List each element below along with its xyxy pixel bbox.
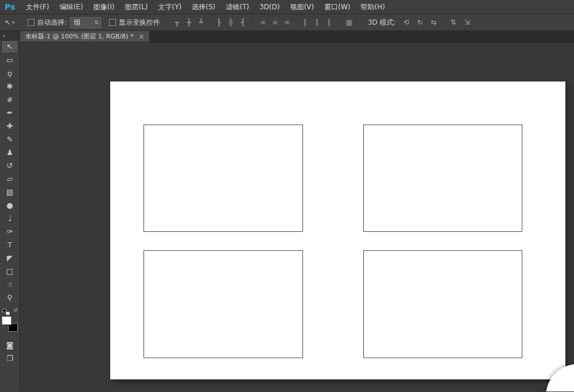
align-bottom-edges-button[interactable]: ┻: [195, 17, 207, 29]
distribute-left-edges-button[interactable]: ‖: [299, 17, 311, 29]
screen-mode-button[interactable]: ❐: [1, 352, 18, 365]
distribute-bottom-edges-button[interactable]: ≡: [281, 17, 293, 29]
3d-pan-camera-button[interactable]: ⇆: [428, 17, 440, 29]
document-canvas[interactable]: [110, 81, 565, 379]
canvas-pasteboard[interactable]: [20, 42, 574, 391]
extra-buttons: ▦: [343, 17, 355, 29]
history-brush-tool[interactable]: ↺: [1, 159, 18, 172]
collapse-panel-icon[interactable]: »: [0, 31, 20, 40]
divider: [22, 16, 23, 29]
quick-mask-mode-button-icon: ◙: [6, 341, 14, 349]
clone-stamp-tool[interactable]: ♟: [1, 146, 18, 159]
divider: [339, 16, 340, 29]
3d-slide-camera-button[interactable]: ⇅: [447, 17, 459, 29]
menu-item-layer[interactable]: 图层(L): [119, 0, 153, 14]
menu-item-image[interactable]: 图像(I): [88, 0, 120, 14]
move-tool-preset-icon: ↖: [5, 18, 10, 26]
zoom-tool[interactable]: ⚲: [1, 291, 18, 304]
show-transform-controls-checkbox[interactable]: [109, 19, 116, 26]
move-tool-icon: ↖: [7, 43, 13, 51]
menu-item-help[interactable]: 帮助(H): [355, 0, 390, 14]
screen-mode-button-icon: ❐: [6, 355, 13, 362]
zoom-tool-icon: ⚲: [7, 294, 13, 301]
menu-item-file[interactable]: 文件(F): [21, 0, 54, 14]
eyedropper-tool[interactable]: ✒: [1, 106, 18, 119]
document-area: 未标题-1 @ 100% (图层 1, RGB/8) * ×: [20, 31, 574, 391]
menu-item-3d[interactable]: 3D(D): [254, 0, 285, 14]
auto-align-layers-button[interactable]: ▦: [343, 17, 355, 29]
align-top-edges-button[interactable]: ┳: [171, 17, 183, 29]
auto-select-type-value: 组: [74, 18, 81, 28]
tool-panel: » ↖▭ϙ✱#✒✚✎♟↺▱▧●♩✑T◤□☝⚲ ⇄ ◙❐: [0, 31, 20, 391]
3d-mode-buttons: ⟲↻⇆⇅⇲: [400, 17, 475, 29]
swap-colors-icon[interactable]: ⇄: [13, 307, 18, 313]
auto-select-type-dropdown[interactable]: 组 ⇅: [70, 17, 101, 28]
document-tab-title: 未标题-1 @ 100% (图层 1, RGB/8) *: [25, 32, 133, 41]
path-selection-tool[interactable]: ◤: [1, 251, 18, 265]
eraser-tool-icon: ▱: [7, 175, 13, 183]
foreground-color-swatch[interactable]: [2, 316, 11, 325]
3d-mode-label: 3D 模式:: [368, 18, 396, 28]
close-tab-icon[interactable]: ×: [138, 33, 144, 41]
drawn-rectangle-3[interactable]: [144, 250, 303, 358]
align-left-edges-button[interactable]: ┣: [213, 17, 225, 29]
menu-item-type[interactable]: 文字(Y): [153, 0, 187, 14]
move-tool[interactable]: ↖: [1, 40, 18, 53]
pen-tool[interactable]: ✑: [1, 225, 18, 238]
lasso-tool[interactable]: ϙ: [1, 67, 18, 80]
quick-selection-tool[interactable]: ✱: [1, 80, 18, 93]
brush-tool[interactable]: ✎: [1, 133, 18, 146]
color-widget: ⇄: [1, 309, 18, 339]
rectangular-marquee-tool[interactable]: ▭: [1, 53, 18, 67]
drawn-rectangle-4[interactable]: [363, 250, 522, 358]
quick-mask-mode-button[interactable]: ◙: [1, 339, 18, 352]
hand-tool[interactable]: ☝: [1, 278, 18, 291]
eraser-tool[interactable]: ▱: [1, 172, 18, 185]
menu-item-window[interactable]: 窗口(W): [319, 0, 355, 14]
auto-select-checkbox[interactable]: [28, 19, 34, 26]
blur-tool-icon: ●: [6, 201, 13, 209]
type-tool[interactable]: T: [1, 238, 18, 251]
divider: [253, 16, 254, 29]
spot-healing-brush-tool[interactable]: ✚: [1, 119, 18, 133]
eyedropper-tool-icon: ✒: [7, 109, 13, 117]
options-bar: ↖ ▾ 自动选择: 组 ⇅ 显示变换控件 ┳╋┻┣╬┫ ≡≡≡‖‖‖ ▦ 3D …: [0, 14, 574, 31]
distribute-vertical-centers-button[interactable]: ≡: [269, 17, 281, 29]
default-colors-icon[interactable]: [2, 309, 10, 315]
align-horizontal-centers-button[interactable]: ╬: [225, 17, 237, 29]
3d-rotate-camera-button[interactable]: ⟲: [400, 17, 412, 29]
menu-item-select[interactable]: 选择(S): [187, 0, 220, 14]
type-tool-icon: T: [7, 241, 12, 249]
pen-tool-icon: ✑: [7, 228, 13, 235]
tool-preset-picker[interactable]: ↖ ▾: [0, 18, 18, 26]
gradient-tool-icon: ▧: [6, 188, 13, 196]
default-background-mini: [6, 312, 10, 315]
rectangular-marquee-tool-icon: ▭: [6, 56, 13, 64]
align-vertical-centers-button[interactable]: ╋: [183, 17, 195, 29]
dodge-tool-icon: ♩: [8, 215, 11, 222]
align-right-edges-button[interactable]: ┫: [237, 17, 249, 29]
distribute-right-edges-button[interactable]: ‖: [323, 17, 335, 29]
menu-item-view[interactable]: 视图(V): [285, 0, 319, 14]
tools-list: ↖▭ϙ✱#✒✚✎♟↺▱▧●♩✑T◤□☝⚲: [1, 40, 18, 304]
gradient-tool[interactable]: ▧: [1, 185, 18, 199]
distribute-horizontal-centers-button[interactable]: ‖: [311, 17, 323, 29]
rectangle-tool-icon: □: [6, 267, 13, 275]
drawn-rectangle-1[interactable]: [144, 125, 303, 232]
document-tab[interactable]: 未标题-1 @ 100% (图层 1, RGB/8) * ×: [20, 31, 150, 42]
distribute-top-edges-button[interactable]: ≡: [257, 17, 269, 29]
blur-tool[interactable]: ●: [1, 199, 18, 212]
3d-roll-camera-button[interactable]: ↻: [414, 17, 426, 29]
auto-select-label: 自动选择:: [37, 18, 67, 28]
dodge-tool[interactable]: ♩: [1, 212, 18, 225]
menu-item-edit[interactable]: 编辑(E): [55, 0, 88, 14]
menu-item-filter[interactable]: 滤镜(T): [220, 0, 254, 14]
brush-tool-icon: ✎: [7, 135, 13, 143]
drawn-rectangle-2[interactable]: [363, 125, 522, 232]
hand-tool-icon: ☝: [7, 281, 12, 288]
crop-tool[interactable]: #: [1, 93, 18, 106]
quick-selection-tool-icon: ✱: [7, 83, 13, 90]
3d-zoom-camera-button[interactable]: ⇲: [461, 17, 473, 29]
rectangle-tool[interactable]: □: [1, 265, 18, 278]
photoshop-logo: Ps: [0, 2, 21, 11]
